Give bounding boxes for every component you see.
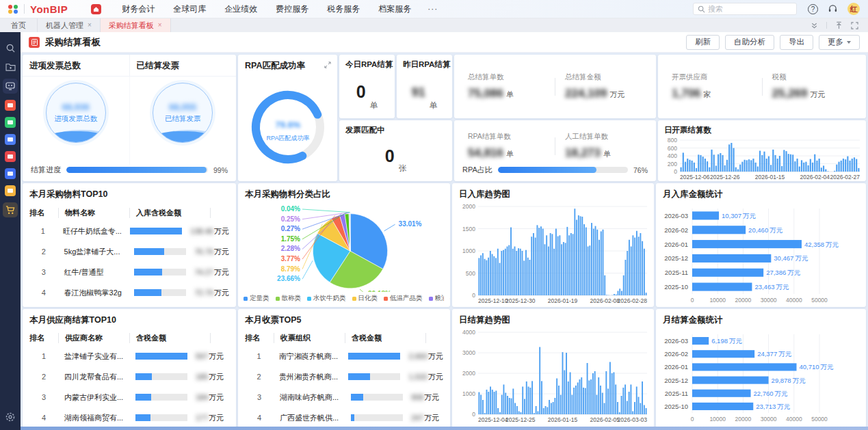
svg-text:40000: 40000 — [785, 297, 802, 304]
sidebar-folder-add-icon[interactable] — [4, 60, 16, 72]
refresh-button[interactable]: 刷新 — [686, 35, 720, 50]
receipt-top5-panel: 本月收票TOP5 排名 收票组织 含税金额 1南宁湘崀齐帆商...2,660万元… — [238, 309, 450, 428]
pager-prev-icon[interactable]: ◀ — [450, 295, 451, 301]
daily-settlement-chart: 010002000300040002025-12-042025-12-25202… — [456, 329, 650, 425]
to-top-icon[interactable] — [835, 21, 843, 29]
svg-text:0: 0 — [690, 416, 694, 422]
svg-text:1.75%: 1.75% — [281, 235, 300, 243]
svg-text:42,358万元: 42,358万元 — [804, 241, 839, 248]
table-row[interactable]: 4湖南领福商贸有...177万元 — [23, 407, 236, 428]
legend-item[interactable]: 水饮牛奶类 — [307, 294, 346, 303]
fullscreen-icon[interactable] — [851, 22, 858, 29]
svg-text:2026-02-27: 2026-02-27 — [830, 174, 860, 180]
supplier-tax-panel: 开票供应商 1,706家 税额 25,269万元 — [658, 55, 866, 118]
svg-text:500: 500 — [465, 270, 475, 277]
unit-label: 单 — [430, 100, 438, 113]
name-cell: 旺仔牛奶纸盒专... — [57, 226, 124, 237]
table-row[interactable]: 3内蒙古伊利实业...184万元 — [23, 387, 236, 407]
headset-icon[interactable] — [828, 4, 838, 14]
table-row[interactable]: 2四川龙帮食品有...185万元 — [23, 366, 236, 387]
rank-cell: 3 — [29, 268, 58, 276]
table-row[interactable]: 1南宁湘崀齐帆商...2,660万元 — [238, 346, 450, 366]
monthly-settlement-chart: 010000200003000040000500002026-036,198万元… — [659, 329, 863, 425]
menu-item-6[interactable]: 档案服务 — [378, 3, 411, 15]
sidebar-app-cart-active-icon[interactable] — [3, 202, 18, 217]
help-icon[interactable]: ? — [808, 4, 818, 14]
panel-title: 本月收票TOP5 — [238, 309, 450, 329]
table-row[interactable]: 2贵州湘贵齐帆商...1,532万元 — [238, 366, 450, 387]
legend-item[interactable]: 低温产品类 — [384, 294, 423, 303]
search-input[interactable] — [708, 5, 792, 13]
row-bar — [348, 373, 400, 380]
svg-text:2025-12-10: 2025-12-10 — [478, 297, 508, 304]
row-bar — [134, 248, 186, 255]
chevron-down-icon — [847, 41, 851, 44]
sidebar-app-green-store-icon[interactable] — [5, 117, 16, 128]
rank-cell: 4 — [29, 414, 58, 422]
panel-title: 本月采购物料分类占比 — [238, 183, 450, 203]
menu-more-ellipsis[interactable]: ··· — [428, 4, 438, 14]
monthly-inbound-panel: 月入库金额统计 010000200003000040000500002026-0… — [656, 183, 866, 307]
row-bar — [351, 414, 403, 421]
user-avatar[interactable]: 红 — [847, 3, 860, 15]
page-title: 采购结算看板 — [45, 36, 101, 49]
top-navigation-bar: YonBIP 财务会计全球司库企业绩效费控服务税务服务档案服务 ··· ? 红 — [0, 0, 868, 18]
tab-close-icon[interactable]: × — [88, 22, 92, 29]
menu-item-5[interactable]: 税务服务 — [327, 3, 360, 15]
stat-value: 224,109 — [565, 87, 607, 100]
svg-text:2026-02-05: 2026-02-05 — [590, 416, 620, 423]
sidebar-search-icon[interactable] — [4, 42, 16, 54]
sidebar-app-yellow-truck-icon[interactable] — [5, 185, 16, 196]
collapse-tabs-icon[interactable] — [811, 22, 818, 29]
svg-text:0.27%: 0.27% — [281, 225, 300, 232]
self-analysis-button[interactable]: 自助分析 — [725, 35, 774, 50]
export-button[interactable]: 导出 — [780, 35, 813, 50]
sidebar-robot-assistant-icon[interactable] — [3, 79, 18, 94]
menu-item-4[interactable]: 费控服务 — [276, 3, 308, 15]
global-search[interactable] — [693, 3, 797, 15]
svg-text:2026-01-15: 2026-01-15 — [547, 416, 577, 423]
stat-label: 人工结算单数 — [565, 132, 642, 142]
table-row[interactable]: 4广西盛世齐帆供...247万元 — [238, 407, 450, 428]
sidebar-app-blue-grid-icon[interactable] — [5, 134, 16, 145]
legend-item[interactable]: 定量类 — [244, 294, 269, 303]
tab-2[interactable]: 机器人管理× — [38, 18, 101, 32]
rank-cell: 4 — [29, 288, 58, 297]
svg-text:2026-01: 2026-01 — [664, 241, 688, 248]
expand-diagonal-icon[interactable] — [324, 61, 331, 70]
menu-item-3[interactable]: 企业绩效 — [224, 3, 257, 15]
table-header: 排名 供应商名称 含税金额 — [29, 330, 229, 346]
home-icon[interactable] — [91, 4, 101, 14]
table-row[interactable]: 4春江泡椒鸭掌32g72.70万元 — [23, 282, 236, 303]
svg-text:2025-12-04: 2025-12-04 — [478, 416, 508, 423]
legend-label: 低温产品类 — [390, 294, 423, 303]
panel-title: 本月采购物料TOP10 — [23, 183, 236, 203]
more-button[interactable]: 更多 — [819, 35, 860, 50]
tab-3[interactable]: 采购结算看板× — [101, 18, 171, 32]
table-row[interactable]: 3红牛/普通型74.27万元 — [23, 262, 236, 282]
table-row[interactable]: 3湖南味屿齐帆商...908万元 — [238, 387, 450, 407]
tab-1[interactable]: 首页 — [0, 18, 38, 32]
table-row[interactable]: 1盐津铺子实业有...597万元 — [23, 346, 236, 366]
tab-close-icon[interactable]: × — [158, 22, 162, 29]
legend-item[interactable]: 日化类 — [352, 294, 378, 303]
svg-text:6,198万元: 6,198万元 — [711, 337, 742, 345]
menu-item-1[interactable]: 财务会计 — [122, 3, 155, 15]
settings-gear-icon[interactable] — [4, 411, 16, 423]
sidebar-app-blue-puzzle-icon[interactable] — [5, 168, 16, 179]
table-row[interactable]: 25kg盐津铺子大...76.76万元 — [23, 241, 236, 262]
material-category-pie-chart: 33.01%26.18%23.66%8.79%3.77%2.28%1.75%0.… — [241, 203, 447, 294]
panel-title: 日开票结算数 — [658, 120, 866, 137]
menu-item-2[interactable]: 全球司库 — [173, 3, 206, 15]
svg-text:10000: 10000 — [709, 297, 726, 304]
yonyou-logo-icon — [8, 5, 18, 14]
sidebar-app-red-box-icon[interactable] — [5, 151, 16, 162]
yesterday-rpa-panel: 昨日RPA结算 91单 — [397, 55, 452, 118]
sidebar-app-red-monitor-icon[interactable] — [5, 100, 16, 111]
legend-item[interactable]: 粮油 — [429, 294, 444, 303]
amount-cell: 1,532万元 — [400, 372, 443, 382]
daily-settlement-panel: 日结算趋势图 010002000300040002025-12-042025-1… — [452, 309, 654, 428]
divider — [826, 22, 827, 29]
table-row[interactable]: 1旺仔牛奶纸盒专...138.46万元 — [23, 221, 236, 241]
legend-item[interactable]: 散称类 — [276, 294, 302, 303]
